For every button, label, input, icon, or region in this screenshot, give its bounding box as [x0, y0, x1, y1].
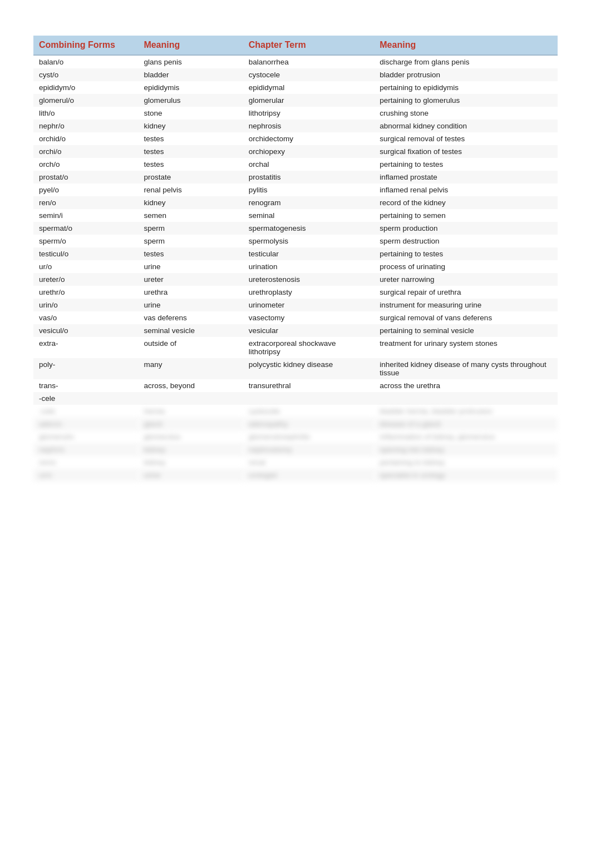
cell-21-0: vesicul/o: [33, 324, 138, 337]
cell-4-1: stone: [138, 107, 243, 120]
blurred-cell-1-1: gland: [138, 418, 243, 430]
cell-12-0: semin/i: [33, 209, 138, 222]
cell-23-0: poly-: [33, 358, 138, 379]
cell-3-3: pertaining to glomerulus: [374, 94, 558, 107]
cell-1-1: bladder: [138, 68, 243, 81]
cell-9-3: inflamed prostate: [374, 171, 558, 183]
blurred-cell-4-0: ren/o: [33, 456, 138, 469]
table-row: cyst/obladdercystocelebladder protrusion: [33, 68, 558, 81]
table-row: ur/ourineurinationprocess of urinating: [33, 260, 558, 273]
table-row: balan/oglans penisbalanorrheadischarge f…: [33, 55, 558, 68]
cell-9-1: prostate: [138, 171, 243, 183]
cell-17-1: ureter: [138, 273, 243, 286]
cell-22-0: extra-: [33, 337, 138, 358]
cell-17-0: ureter/o: [33, 273, 138, 286]
table-row-blurred: ur/ourineurologistspecialist in urology: [33, 469, 558, 482]
cell-11-1: kidney: [138, 196, 243, 209]
cell-0-3: discharge from glans penis: [374, 55, 558, 68]
table-header-row: Combining Forms Meaning Chapter Term Mea…: [33, 36, 558, 55]
blurred-cell-2-0: glomerul/o: [33, 430, 138, 443]
blurred-cell-0-1: hernia: [138, 405, 243, 418]
cell-5-1: kidney: [138, 120, 243, 132]
blurred-cell-2-1: glomerulus: [138, 430, 243, 443]
col-header-meaning-1: Meaning: [138, 36, 243, 55]
cell-21-1: seminal vesicle: [138, 324, 243, 337]
cell-11-2: renogram: [243, 196, 375, 209]
table-row: -cele: [33, 392, 558, 405]
cell-18-0: urethr/o: [33, 286, 138, 299]
cell-0-0: balan/o: [33, 55, 138, 68]
blurred-cell-2-3: inflammation of kidney, glomerulus: [374, 430, 558, 443]
cell-23-3: inherited kidney disease of many cysts t…: [374, 358, 558, 379]
cell-9-2: prostatitis: [243, 171, 375, 183]
cell-16-0: ur/o: [33, 260, 138, 273]
cell-22-1: outside of: [138, 337, 243, 358]
cell-2-1: epididymis: [138, 81, 243, 94]
table-row: orchi/otestesorchiopexysurgical fixation…: [33, 145, 558, 158]
blurred-cell-3-0: nephr/o: [33, 443, 138, 456]
cell-14-3: sperm destruction: [374, 235, 558, 247]
cell-17-3: ureter narrowing: [374, 273, 558, 286]
table-row: urin/ourineurinometerinstrument for meas…: [33, 299, 558, 311]
cell-3-1: glomerulus: [138, 94, 243, 107]
table-row: vas/ovas deferensvasectomysurgical remov…: [33, 311, 558, 324]
cell-13-1: sperm: [138, 222, 243, 235]
cell-20-2: vasectomy: [243, 311, 375, 324]
cell-19-2: urinometer: [243, 299, 375, 311]
cell-12-3: pertaining to semen: [374, 209, 558, 222]
table-row: orch/otestesorchalpertaining to testes: [33, 158, 558, 171]
cell-4-0: lith/o: [33, 107, 138, 120]
cell-25-3: [374, 392, 558, 405]
cell-1-3: bladder protrusion: [374, 68, 558, 81]
col-header-chapter-term: Chapter Term: [243, 36, 375, 55]
cell-4-2: lithotripsy: [243, 107, 375, 120]
cell-11-0: ren/o: [33, 196, 138, 209]
cell-13-3: sperm production: [374, 222, 558, 235]
table-row-blurred: aden/oglandadenopathydisease of a gland: [33, 418, 558, 430]
cell-25-0: -cele: [33, 392, 138, 405]
table-row: vesicul/oseminal vesiclevesicularpertain…: [33, 324, 558, 337]
cell-2-3: pertaining to epididymis: [374, 81, 558, 94]
cell-21-3: pertaining to seminal vesicle: [374, 324, 558, 337]
col-header-meaning-2: Meaning: [374, 36, 558, 55]
cell-6-1: testes: [138, 132, 243, 145]
cell-5-2: nephrosis: [243, 120, 375, 132]
cell-16-2: urination: [243, 260, 375, 273]
cell-23-1: many: [138, 358, 243, 379]
table-row-blurred: nephr/okidneynephrostomyopening into kid…: [33, 443, 558, 456]
cell-16-3: process of urinating: [374, 260, 558, 273]
cell-18-3: surgical repair of urethra: [374, 286, 558, 299]
cell-7-0: orchi/o: [33, 145, 138, 158]
blurred-cell-5-2: urologist: [243, 469, 375, 482]
cell-12-1: semen: [138, 209, 243, 222]
cell-0-2: balanorrhea: [243, 55, 375, 68]
table-row-blurred: ren/okidneyrenalpertaining to kidney: [33, 456, 558, 469]
blurred-cell-5-3: specialist in urology: [374, 469, 558, 482]
table-row: nephr/okidneynephrosisabnormal kidney co…: [33, 120, 558, 132]
cell-21-2: vesicular: [243, 324, 375, 337]
cell-3-2: glomerular: [243, 94, 375, 107]
cell-24-0: trans-: [33, 379, 138, 392]
cell-8-1: testes: [138, 158, 243, 171]
cell-2-2: epididymal: [243, 81, 375, 94]
table-row-blurred: glomerul/oglomerulusglomerulonephritisin…: [33, 430, 558, 443]
table-row: epididym/oepididymisepididymalpertaining…: [33, 81, 558, 94]
blurred-cell-5-0: ur/o: [33, 469, 138, 482]
blurred-cell-4-2: renal: [243, 456, 375, 469]
cell-24-2: transurethral: [243, 379, 375, 392]
cell-2-0: epididym/o: [33, 81, 138, 94]
cell-22-2: extracorporeal shockwave lithotripsy: [243, 337, 375, 358]
cell-10-2: pylitis: [243, 183, 375, 196]
cell-14-2: spermolysis: [243, 235, 375, 247]
cell-8-2: orchal: [243, 158, 375, 171]
cell-6-2: orchidectomy: [243, 132, 375, 145]
cell-25-2: [243, 392, 375, 405]
cell-14-0: sperm/o: [33, 235, 138, 247]
cell-10-1: renal pelvis: [138, 183, 243, 196]
blurred-cell-0-2: cystocele: [243, 405, 375, 418]
cell-0-1: glans penis: [138, 55, 243, 68]
cell-24-3: across the urethra: [374, 379, 558, 392]
cell-6-3: surgical removal of testes: [374, 132, 558, 145]
cell-1-2: cystocele: [243, 68, 375, 81]
blurred-cell-1-0: aden/o: [33, 418, 138, 430]
